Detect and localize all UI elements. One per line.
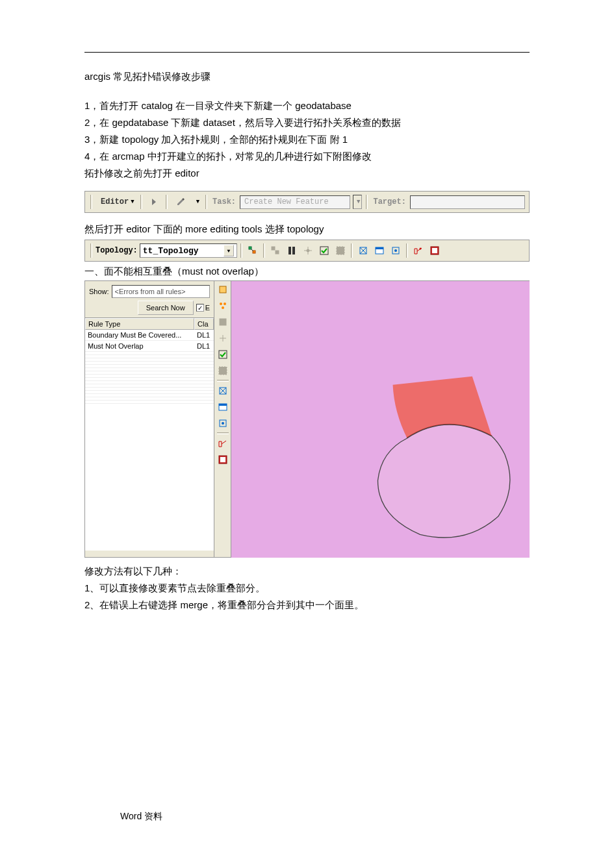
table-row[interactable]: Must Not Overlap DL1 xyxy=(85,341,214,352)
sketch-tool-dropdown[interactable]: ▼ xyxy=(192,195,201,209)
section-heading: 一、面不能相互重叠（must not overlap） xyxy=(84,266,530,278)
tool-button[interactable] xyxy=(216,282,230,297)
toolstrip-separator xyxy=(217,380,229,382)
svg-rect-16 xyxy=(376,247,383,249)
show-errors-button[interactable] xyxy=(389,243,403,258)
errors-only-label: E xyxy=(205,304,210,312)
error-inspector-icon xyxy=(374,245,385,256)
target-dropdown[interactable] xyxy=(410,195,525,209)
validate-icon xyxy=(218,349,228,360)
construct-icon xyxy=(287,245,297,256)
map-topology-icon xyxy=(270,245,281,256)
dropdown-caret-icon: ▼ xyxy=(224,245,234,256)
svg-rect-41 xyxy=(220,457,225,462)
toolbar-separator xyxy=(366,195,368,209)
fix-error-tool-button[interactable] xyxy=(356,243,370,258)
validate-selection-button[interactable] xyxy=(333,243,348,258)
fix-error-icon xyxy=(358,245,368,256)
shared-edit-icon xyxy=(413,245,424,256)
tool-button[interactable] xyxy=(216,364,230,378)
tool-button[interactable] xyxy=(216,453,230,467)
table-row[interactable] xyxy=(85,401,214,404)
svg-rect-31 xyxy=(219,351,227,358)
errors-only-checkbox[interactable]: ✓ E xyxy=(196,304,210,312)
edit-pointer-button[interactable] xyxy=(146,195,162,209)
svg-point-11 xyxy=(307,249,309,252)
validate-selection-icon xyxy=(335,245,346,256)
validate-extent-button[interactable] xyxy=(317,243,331,258)
toolbar-separator xyxy=(263,243,265,258)
svg-rect-35 xyxy=(219,404,227,406)
error-inspector-button[interactable] xyxy=(372,243,387,258)
shared-edit-button[interactable] xyxy=(411,243,426,258)
rule-filter-dropdown[interactable]: <Errors from all rules> xyxy=(112,285,210,298)
cell-rule: Boundary Must Be Covered... xyxy=(85,330,194,340)
fix-methods-block: 修改方法有以下几种： 1、可以直接修改要素节点去除重叠部分。 2、在错误上右键选… xyxy=(84,563,530,614)
tool-button[interactable] xyxy=(216,400,230,414)
fix-line: 1、可以直接修改要素节点去除重叠部分。 xyxy=(84,580,530,597)
disabled-tool-icon xyxy=(218,317,228,327)
planarize-icon xyxy=(303,245,313,256)
map-canvas[interactable] xyxy=(231,280,530,558)
topology-layers-icon xyxy=(429,245,440,256)
pointer-icon xyxy=(152,199,156,205)
map-drawing xyxy=(231,281,530,558)
editor-menu-button[interactable]: Editor ▼ xyxy=(96,195,136,209)
cell-class: DL1 xyxy=(194,341,214,351)
topology-edit-icon xyxy=(248,245,258,256)
error-table: Rule Type Cla Boundary Must Be Covered..… xyxy=(85,317,214,551)
toolbar-separator xyxy=(140,195,142,209)
show-errors-icon xyxy=(390,245,401,256)
tool-button[interactable] xyxy=(216,384,230,398)
svg-rect-7 xyxy=(288,247,291,254)
svg-line-39 xyxy=(222,441,226,444)
svg-rect-5 xyxy=(272,247,275,250)
fix-line: 2、在错误上右键选择 merge，将重叠部分合并到其中一个面里。 xyxy=(84,597,530,614)
col-rule-type[interactable]: Rule Type xyxy=(85,318,194,330)
topology-toolbar: Topology: tt_Topology ▼ xyxy=(84,240,530,262)
checkbox-icon: ✓ xyxy=(196,304,204,312)
tool-button[interactable] xyxy=(216,347,230,362)
task-dropdown[interactable]: Create New Feature xyxy=(240,195,350,209)
pencil-icon xyxy=(176,197,185,206)
search-now-button[interactable]: Search Now xyxy=(138,301,194,315)
editor-toolbar: Editor ▼ ▼ Task: Create New Feature ▼ Ta… xyxy=(84,191,530,213)
col-class[interactable]: Cla xyxy=(194,318,214,330)
topology-select[interactable]: tt_Topology ▼ xyxy=(140,243,237,258)
topology-layers-button[interactable] xyxy=(428,243,442,258)
tool-button[interactable] xyxy=(216,331,230,345)
tool-button[interactable] xyxy=(216,315,230,329)
svg-rect-2 xyxy=(249,247,251,249)
construct-features-button[interactable] xyxy=(285,243,299,258)
polygon-lower-shape xyxy=(377,425,509,538)
step-line: 2，在 gepdatabase 下新建 dataset，然后导入要进行拓扑关系检… xyxy=(84,114,530,131)
toolbar-grip xyxy=(90,243,92,258)
svg-rect-28 xyxy=(220,319,226,325)
fix-icon xyxy=(218,386,228,396)
dropdown-caret-icon: ▼ xyxy=(196,199,199,205)
tool-button[interactable] xyxy=(216,299,230,313)
layers-icon xyxy=(218,454,228,465)
task-dropdown-caret[interactable]: ▼ xyxy=(353,195,362,209)
rule-filter-value: <Errors from all rules> xyxy=(115,288,186,295)
svg-point-26 xyxy=(224,303,226,305)
sketch-tool-button[interactable] xyxy=(172,195,190,209)
tool-button[interactable] xyxy=(216,436,230,451)
step-line: 1，首先打开 catalog 在一目录文件夹下新建一个 geodatabase xyxy=(84,97,530,114)
planarize-button[interactable] xyxy=(301,243,315,258)
toolbar-separator xyxy=(351,243,353,258)
topology-edit-tool-button[interactable] xyxy=(246,243,260,258)
topology-label: Topology: xyxy=(96,246,138,255)
tool-button[interactable] xyxy=(216,416,230,430)
figure-container: Show: <Errors from all rules> Search Now… xyxy=(84,280,530,558)
cluster-icon xyxy=(218,301,228,311)
dropdown-caret-icon: ▼ xyxy=(357,199,360,205)
table-row[interactable]: Boundary Must Be Covered... DL1 xyxy=(85,330,214,341)
edit-tool-icon xyxy=(218,284,228,295)
svg-rect-24 xyxy=(220,286,226,293)
svg-rect-32 xyxy=(219,367,227,375)
map-topology-button[interactable] xyxy=(268,243,283,258)
page-footer: Word 资料 xyxy=(120,811,162,823)
document-title: arcgis 常见拓扑错误修改步骤 xyxy=(84,71,530,83)
cell-rule: Must Not Overlap xyxy=(85,341,194,351)
